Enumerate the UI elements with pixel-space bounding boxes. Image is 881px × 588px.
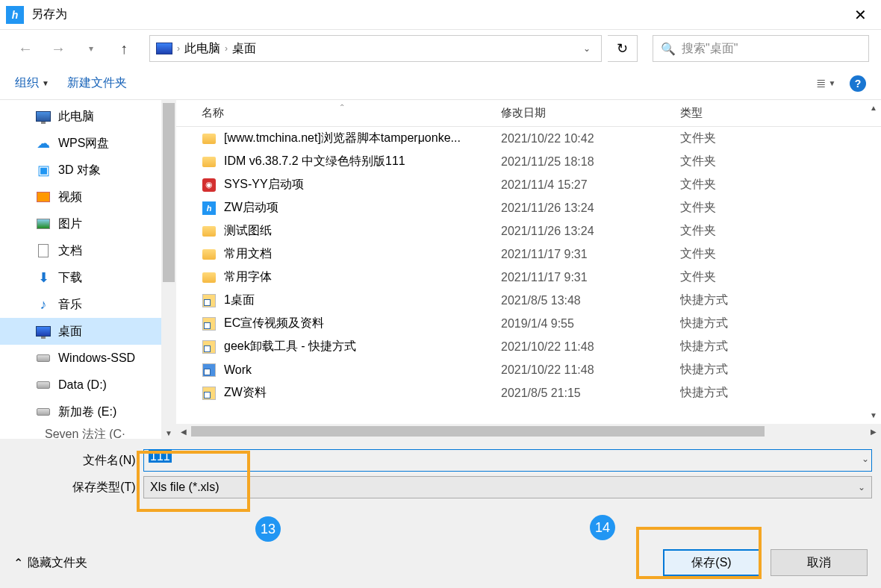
toolbar: 组织 ▼ 新建文件夹 ≣ ▼ ? — [0, 67, 881, 100]
title-bar: h 另存为 ✕ — [0, 0, 881, 30]
address-dropdown[interactable]: ⌄ — [579, 43, 595, 54]
file-list-hscroll[interactable]: ◀ ▶ — [176, 424, 881, 439]
disk-icon — [36, 351, 51, 366]
filename-label: 文件名(N): — [9, 453, 143, 469]
sidebar-item-label: 文档 — [58, 243, 82, 259]
app-icon: h — [6, 6, 24, 24]
pic-icon — [36, 216, 51, 231]
file-type: 快捷方式 — [680, 362, 865, 378]
file-row[interactable]: [www.tmchina.net]浏览器脚本tamperμonke...2021… — [176, 127, 881, 150]
content-area: 此电脑☁WPS网盘▣3D 对象视频图片文档⬇下载♪音乐桌面Windows-SSD… — [0, 100, 881, 439]
breadcrumb-root[interactable]: 此电脑 — [184, 41, 220, 57]
scroll-thumb[interactable] — [163, 103, 175, 282]
sidebar-item-label: 桌面 — [58, 324, 82, 340]
search-icon: 🔍 — [661, 42, 676, 56]
sidebar-item-4[interactable]: 图片 — [0, 210, 176, 237]
file-icon — [202, 154, 217, 169]
file-row[interactable]: 常用文档2021/11/17 9:31文件夹 — [176, 243, 881, 266]
sidebar-item-label: Data (D:) — [58, 378, 107, 392]
file-row[interactable]: geek卸载工具 - 快捷方式2021/10/22 11:48快捷方式 — [176, 335, 881, 358]
file-name: geek卸载工具 - 快捷方式 — [224, 339, 356, 354]
scroll-right-icon[interactable]: ▶ — [866, 424, 881, 439]
hscroll-thumb[interactable] — [191, 426, 765, 437]
wps-icon: ☁ — [36, 136, 51, 151]
bottom-panel: 文件名(N): 111 ⌄ 保存类型(T): Xls file (*.xls) … — [0, 439, 881, 588]
up-button[interactable]: ↑ — [110, 35, 137, 62]
organize-menu[interactable]: 组织 ▼ — [15, 75, 49, 91]
sidebar-scrollbar[interactable]: ▲ ▼ — [161, 100, 176, 439]
file-date: 2021/11/17 9:31 — [501, 271, 680, 284]
file-date: 2021/10/22 10:42 — [501, 132, 680, 146]
sidebar-item-11[interactable]: 新加卷 (E:) — [0, 398, 176, 425]
file-row[interactable]: Work2021/10/22 11:48快捷方式 — [176, 358, 881, 381]
column-name[interactable]: ⌃ 名称 — [176, 106, 501, 120]
file-type: 快捷方式 — [680, 293, 865, 308]
help-button[interactable]: ? — [850, 75, 866, 92]
sidebar-item-label: Windows-SSD — [58, 351, 135, 365]
sidebar-item-0[interactable]: 此电脑 — [0, 103, 176, 130]
file-row[interactable]: ZW资料2021/8/5 21:15快捷方式 — [176, 381, 881, 404]
scroll-down-icon[interactable]: ▼ — [161, 425, 176, 439]
scroll-left-icon[interactable]: ◀ — [176, 424, 191, 439]
close-button[interactable]: ✕ — [845, 0, 875, 30]
file-date: 2021/8/5 21:15 — [501, 387, 680, 400]
nav-bar: ← → ▾ ↑ › 此电脑 › 桌面 ⌄ ↻ 🔍 搜索"桌面" — [0, 30, 881, 67]
filename-input[interactable]: 111 — [143, 449, 872, 472]
file-date: 2019/1/4 9:55 — [501, 317, 680, 331]
sidebar-item-5[interactable]: 文档 — [0, 237, 176, 264]
file-row[interactable]: 常用字体2021/11/17 9:31文件夹 — [176, 266, 881, 289]
breadcrumb-current[interactable]: 桌面 — [232, 41, 256, 57]
hide-folders-toggle[interactable]: ⌃ 隐藏文件夹 — [13, 555, 87, 571]
new-folder-button[interactable]: 新建文件夹 — [67, 75, 127, 91]
file-row[interactable]: ◉SYS-YY启动项2021/11/4 15:27文件夹 — [176, 173, 881, 196]
refresh-button[interactable]: ↻ — [608, 35, 638, 62]
file-type: 文件夹 — [680, 200, 865, 216]
file-row[interactable]: hZW启动项2021/11/26 13:24文件夹 — [176, 196, 881, 219]
filename-value: 111 — [149, 450, 172, 463]
filetype-select[interactable]: Xls file (*.xls) ⌄ — [143, 476, 872, 498]
file-row[interactable]: IDM v6.38.7.2 中文绿色特别版1112021/11/25 18:18… — [176, 150, 881, 173]
window-title: 另存为 — [31, 7, 67, 22]
file-icon — [202, 386, 217, 401]
sidebar-item-3[interactable]: 视频 — [0, 184, 176, 210]
filename-dropdown-icon[interactable]: ⌄ — [862, 454, 869, 464]
file-date: 2021/8/5 13:48 — [501, 294, 680, 307]
address-bar[interactable]: › 此电脑 › 桌面 ⌄ — [149, 35, 602, 62]
recent-dropdown[interactable]: ▾ — [78, 35, 105, 62]
chevron-right-icon: › — [177, 43, 180, 54]
file-name: ZW资料 — [224, 385, 267, 401]
sidebar-item-8[interactable]: 桌面 — [0, 318, 176, 345]
file-type: 快捷方式 — [680, 339, 865, 354]
forward-button[interactable]: → — [45, 35, 72, 62]
sidebar-item-2[interactable]: ▣3D 对象 — [0, 157, 176, 184]
file-row[interactable]: EC宣传视频及资料2019/1/4 9:55快捷方式 — [176, 312, 881, 335]
file-date: 2021/11/17 9:31 — [501, 248, 680, 261]
sidebar-item-1[interactable]: ☁WPS网盘 — [0, 130, 176, 157]
file-list-vscroll[interactable]: ▲ ▼ — [866, 100, 881, 439]
file-row[interactable]: 测试图纸2021/11/26 13:24文件夹 — [176, 219, 881, 243]
scroll-down-icon[interactable]: ▼ — [866, 407, 881, 422]
chevron-down-icon: ▼ — [42, 79, 49, 87]
file-row[interactable]: 1桌面2021/8/5 13:48快捷方式 — [176, 289, 881, 312]
sidebar-item-9[interactable]: Windows-SSD — [0, 345, 176, 372]
sidebar-item-6[interactable]: ⬇下载 — [0, 264, 176, 291]
back-button[interactable]: ← — [12, 35, 39, 62]
pc-icon — [156, 43, 172, 54]
sidebar-item-10[interactable]: Data (D:) — [0, 372, 176, 398]
column-type[interactable]: 类型 — [680, 106, 865, 120]
view-options-button[interactable]: ≣ ▼ — [811, 75, 841, 93]
music-icon: ♪ — [36, 297, 51, 312]
file-type: 文件夹 — [680, 177, 865, 193]
file-type: 快捷方式 — [680, 316, 865, 331]
sort-indicator-icon: ⌃ — [339, 103, 345, 111]
file-name: Work — [224, 363, 252, 377]
search-input[interactable]: 🔍 搜索"桌面" — [653, 35, 869, 62]
cancel-button[interactable]: 取消 — [771, 549, 868, 576]
sidebar-item-label: 下载 — [58, 270, 82, 286]
sidebar-item-7[interactable]: ♪音乐 — [0, 291, 176, 318]
file-type: 文件夹 — [680, 154, 865, 169]
file-icon — [202, 247, 217, 262]
save-button[interactable]: 保存(S) — [663, 549, 760, 576]
scroll-up-icon[interactable]: ▲ — [866, 100, 881, 115]
column-date[interactable]: 修改日期 — [501, 106, 680, 120]
